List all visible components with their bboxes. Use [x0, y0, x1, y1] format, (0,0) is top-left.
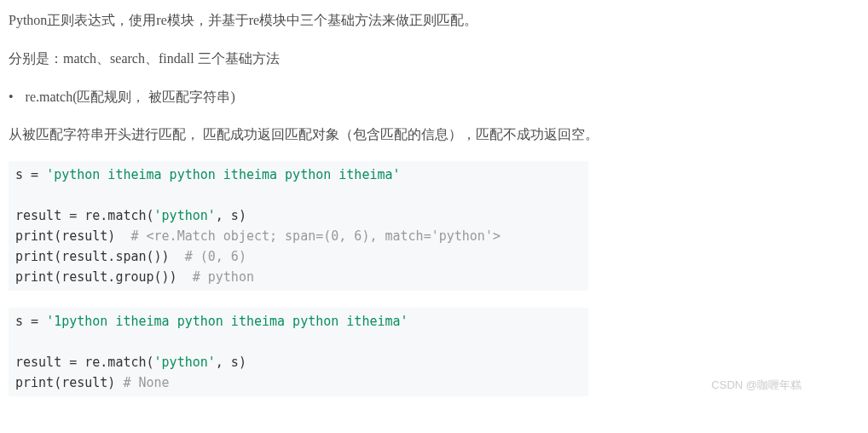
bullet-text: re.match(匹配规则， 被匹配字符串) — [26, 89, 235, 104]
code-string: 'python itheima python itheima python it… — [46, 167, 400, 182]
paragraph-desc: 从被匹配字符串开头进行匹配， 匹配成功返回匹配对象（包含匹配的信息），匹配不成功… — [9, 123, 859, 147]
code-text: result = re.match( — [15, 208, 154, 223]
code-text: print(result) — [15, 228, 130, 244]
code-text: result = re.match( — [15, 355, 154, 370]
code-text: , s) — [216, 355, 246, 370]
paragraph-methods: 分别是：match、search、findall 三个基础方法 — [9, 47, 859, 72]
code-text: print(result.span()) — [15, 249, 185, 264]
bullet-match: • re.match(匹配规则， 被匹配字符串) — [9, 85, 859, 110]
watermark-text: CSDN @咖喱年糕 — [711, 377, 801, 395]
code-comment: # (0, 6) — [185, 249, 246, 264]
code-text: s = — [15, 167, 46, 182]
code-text: , s) — [216, 208, 246, 223]
code-string: 'python' — [154, 208, 216, 223]
code-string: 'python' — [154, 355, 216, 370]
code-block-1: s = 'python itheima python itheima pytho… — [9, 161, 588, 291]
paragraph-intro: Python正则表达式，使用re模块，并基于re模块中三个基础方法来做正则匹配。 — [9, 9, 859, 33]
bullet-dot: • — [9, 85, 14, 110]
code-comment: # <re.Match object; span=(0, 6), match='… — [130, 228, 500, 244]
code-text: print(result) — [15, 375, 123, 390]
code-comment: # None — [123, 375, 169, 390]
code-block-2: s = '1python itheima python itheima pyth… — [9, 308, 588, 396]
code-string: '1python itheima python itheima python i… — [46, 314, 408, 329]
code-comment: # python — [193, 269, 254, 285]
code-text: print(result.group()) — [15, 269, 193, 285]
code-text: s = — [15, 314, 46, 329]
